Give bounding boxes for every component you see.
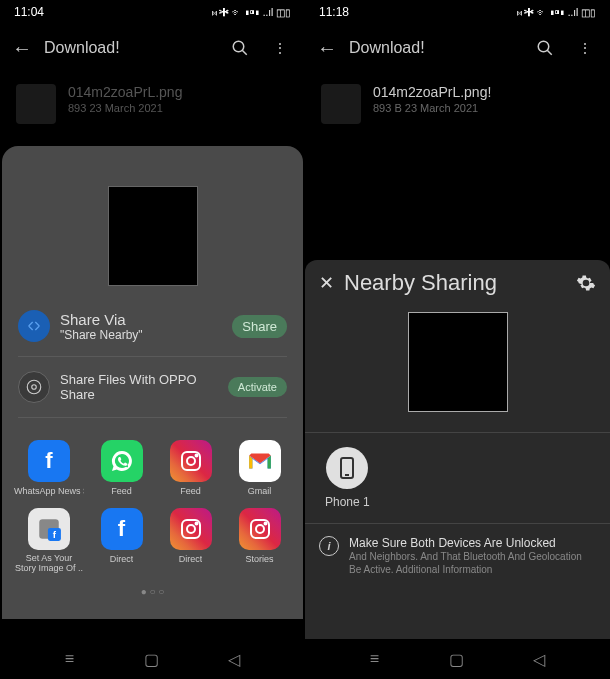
facebook-icon: f [101,508,143,550]
nav-recent-icon[interactable]: ≡ [65,650,74,668]
status-time: 11:04 [14,5,44,19]
info-sub: And Neighbors. And That Bluetooth And Ge… [349,550,596,576]
activate-button[interactable]: Activate [228,377,287,397]
more-icon[interactable]: ⋮ [572,40,598,56]
instagram-icon [239,508,281,550]
status-bar: 11:18 ⋈ ✱ ᯤ ▮◨▮ ..ıl ◫▯ [305,0,610,24]
app-header: ← Download! ⋮ [0,24,305,72]
status-time: 11:18 [319,5,349,19]
app-label: Stories [245,554,273,564]
nav-bar: ≡ ▢ ◁ [0,639,305,679]
status-icons: ⋈ ✱ ᯤ ▮◨▮ ..ıl ◫▯ [517,7,596,18]
screen-right: 11:18 ⋈ ✱ ᯤ ▮◨▮ ..ıl ◫▯ ← Download! ⋮ 01… [305,0,610,679]
svg-point-11 [195,523,197,525]
app-fb-story[interactable]: f Set As Your Story Image Of .. [14,508,84,574]
svg-point-2 [32,385,37,390]
oppo-icon [18,371,50,403]
share-nearby-row[interactable]: Share Via "Share Nearby" Share [2,302,303,350]
app-grid: f WhatsApp News Section Feed Feed Gmail [2,424,303,582]
device-name: Phone 1 [325,495,370,509]
svg-point-4 [187,457,195,465]
file-name: 014m2zoaPrL.png! [373,84,491,100]
app-label: Set As Your Story Image Of .. [14,554,84,574]
phone-icon [326,447,368,489]
app-ig-direct[interactable]: Direct [159,508,222,574]
nav-back-icon[interactable]: ◁ [228,650,240,669]
app-header: ← Download! ⋮ [305,24,610,72]
svg-point-14 [264,523,266,525]
info-icon: i [319,536,339,556]
back-icon[interactable]: ← [12,37,32,60]
share-via-title: Share Via [60,311,222,328]
gmail-icon [239,440,281,482]
page-dots: ● ○ ○ [2,582,303,601]
file-meta: 893 B 23 March 2021 [373,102,491,114]
svg-point-10 [187,525,195,533]
divider [18,417,287,418]
file-item[interactable]: 014m2zoaPrL.png 893 23 March 2021 [0,72,305,136]
app-fb-direct[interactable]: f Direct [90,508,153,574]
app-label: Feed [180,486,201,496]
preview-image [108,186,198,286]
svg-line-1 [242,50,247,55]
nearby-header: ✕ Nearby Sharing [305,260,610,306]
back-icon[interactable]: ← [317,37,337,60]
file-item[interactable]: 014m2zoaPrL.png! 893 B 23 March 2021 [305,72,610,136]
status-icons: ⋈ ✱ ᯤ ▮◨▮ ..ıl ◫▯ [212,7,291,18]
nav-home-icon[interactable]: ▢ [144,650,159,669]
app-instagram[interactable]: Feed [159,440,222,496]
nav-recent-icon[interactable]: ≡ [370,650,379,668]
preview-image [408,312,508,412]
app-label: Gmail [248,486,272,496]
status-bar: 11:04 ⋈ ✱ ᯤ ▮◨▮ ..ıl ◫▯ [0,0,305,24]
screen-left: 11:04 ⋈ ✱ ᯤ ▮◨▮ ..ıl ◫▯ ← Download! ⋮ 01… [0,0,305,679]
nav-home-icon[interactable]: ▢ [449,650,464,669]
device-phone1[interactable]: Phone 1 [325,447,370,509]
instagram-icon [170,508,212,550]
oppo-title: Share Files With OPPO Share [60,372,218,402]
app-label: Direct [179,554,203,564]
file-thumbnail [16,84,56,124]
app-label: WhatsApp News Section [14,486,84,496]
info-row[interactable]: i Make Sure Both Devices Are Unlocked An… [305,523,610,588]
header-title: Download! [349,39,518,57]
nearby-title: Nearby Sharing [344,270,566,296]
close-icon[interactable]: ✕ [319,272,334,294]
oppo-share-row[interactable]: Share Files With OPPO Share Activate [2,363,303,411]
share-button[interactable]: Share [232,315,287,338]
fb-story-icon: f [28,508,70,550]
app-gmail[interactable]: Gmail [228,440,291,496]
divider [18,356,287,357]
app-facebook[interactable]: f WhatsApp News Section [14,440,84,496]
share-sheet: Share Via "Share Nearby" Share Share Fil… [2,146,303,619]
svg-point-5 [195,455,197,457]
svg-point-13 [256,525,264,533]
file-name: 014m2zoaPrL.png [68,84,182,100]
svg-point-15 [538,41,549,52]
app-whatsapp[interactable]: Feed [90,440,153,496]
file-meta: 893 23 March 2021 [68,102,182,114]
search-icon[interactable] [225,39,255,57]
file-thumbnail [321,84,361,124]
app-label: Feed [111,486,132,496]
app-label: Direct [110,554,134,564]
info-title: Make Sure Both Devices Are Unlocked [349,536,596,550]
nav-bar: ≡ ▢ ◁ [305,639,610,679]
svg-point-0 [233,41,244,52]
app-ig-stories[interactable]: Stories [228,508,291,574]
gear-icon[interactable] [576,273,596,293]
whatsapp-icon [101,440,143,482]
nearby-sheet: ✕ Nearby Sharing Phone 1 i Make Sure Bot… [305,260,610,639]
facebook-icon: f [28,440,70,482]
nav-back-icon[interactable]: ◁ [533,650,545,669]
device-list: Phone 1 [305,433,610,523]
svg-line-16 [547,50,552,55]
search-icon[interactable] [530,39,560,57]
more-icon[interactable]: ⋮ [267,40,293,56]
header-title: Download! [44,39,213,57]
share-via-sub: "Share Nearby" [60,328,222,342]
nearby-icon [18,310,50,342]
instagram-icon [170,440,212,482]
